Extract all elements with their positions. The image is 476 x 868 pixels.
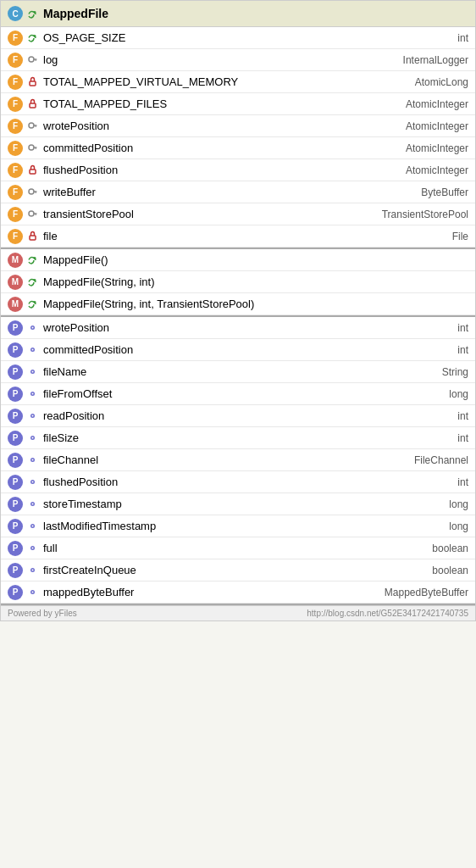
row-type-icon: F: [8, 53, 23, 68]
footer-left: Powered by yFiles: [8, 609, 77, 618]
table-row[interactable]: FwrotePositionAtomicInteger: [1, 115, 475, 137]
svg-point-49: [31, 592, 33, 593]
modifier-icon: [26, 476, 38, 488]
row-name: flushedPosition: [43, 476, 451, 488]
row-name: MappedFile(String, int, TransientStorePo…: [43, 298, 468, 310]
table-row[interactable]: PfileChannelFileChannel: [1, 449, 475, 471]
modifier-icon: [26, 254, 38, 266]
svg-point-0: [33, 11, 36, 14]
row-type-icon: P: [8, 409, 23, 424]
modifier-icon: [26, 366, 38, 378]
row-type-icon: M: [8, 253, 23, 268]
modifier-icon: [26, 432, 38, 444]
svg-point-37: [31, 459, 33, 461]
row-type-label: String: [442, 366, 468, 378]
row-type-label: TransientStorePool: [382, 209, 468, 220]
table-row[interactable]: FOS_PAGE_SIZEint: [1, 27, 475, 49]
modifier-icon: [26, 565, 38, 576]
modifier-icon: [26, 587, 38, 598]
row-type-icon: F: [8, 163, 23, 178]
row-type-label: int: [457, 344, 468, 356]
table-row[interactable]: PfileFromOffsetlong: [1, 383, 475, 405]
main-container: C MappedFile FOS_PAGE_SIZEintFlogInterna…: [0, 0, 476, 621]
modifier-icon: [26, 76, 38, 88]
table-row[interactable]: FflushedPositionAtomicInteger: [1, 159, 475, 181]
modifier-icon: [26, 164, 38, 176]
table-row[interactable]: PfileSizeint: [1, 427, 475, 449]
svg-point-25: [31, 327, 33, 329]
row-name: readPosition: [43, 409, 451, 422]
class-name: MappedFile: [43, 7, 108, 20]
row-name: MappedFile(): [43, 253, 468, 266]
table-row[interactable]: MMappedFile(String, int, TransientStoreP…: [1, 293, 475, 315]
modifier-icon: [26, 410, 38, 422]
header-modifier-icon: [26, 8, 38, 19]
table-row[interactable]: PflushedPositionint: [1, 471, 475, 493]
row-type-label: InternalLogger: [403, 54, 468, 66]
table-row[interactable]: FwriteBufferByteBuffer: [1, 181, 475, 203]
row-type-icon: F: [8, 97, 23, 112]
row-type-icon: F: [8, 207, 23, 222]
table-row[interactable]: FlogInternalLogger: [1, 49, 475, 71]
row-type-label: int: [457, 322, 468, 334]
svg-point-22: [33, 279, 36, 281]
table-row[interactable]: FTOTAL_MAPPED_FILESAtomicInteger: [1, 93, 475, 115]
row-type-label: AtomicInteger: [406, 142, 468, 154]
svg-point-29: [31, 371, 33, 373]
modifier-icon: [26, 542, 38, 554]
modifier-icon: [26, 454, 38, 466]
row-type-label: boolean: [432, 542, 468, 554]
table-row[interactable]: PreadPositionint: [1, 405, 475, 427]
row-name: storeTimestamp: [43, 498, 442, 510]
table-row[interactable]: MMappedFile(String, int): [1, 271, 475, 293]
footer: Powered by yFiles http://blog.csdn.net/G…: [1, 605, 475, 620]
modifier-icon: [26, 120, 38, 132]
row-type-label: AtomicInteger: [406, 164, 468, 176]
table-row[interactable]: PwrotePositionint: [1, 317, 475, 339]
svg-point-39: [31, 481, 33, 483]
row-type-icon: P: [8, 453, 23, 468]
table-row[interactable]: MMappedFile(): [1, 249, 475, 271]
table-row[interactable]: FTOTAL_MAPPED_VIRTUAL_MEMORYAtomicLong: [1, 71, 475, 93]
table-row[interactable]: PstoreTimestamplong: [1, 493, 475, 515]
row-name: writeBuffer: [43, 186, 414, 198]
table-row[interactable]: PfirstCreateInQueueboolean: [1, 559, 475, 581]
svg-rect-20: [30, 236, 36, 240]
svg-point-31: [31, 393, 33, 395]
row-type-label: AtomicInteger: [406, 98, 468, 110]
table-row[interactable]: PfileNameString: [1, 361, 475, 383]
svg-rect-6: [30, 103, 36, 108]
properties-section: PwrotePositionintPcommittedPositionintPf…: [1, 317, 475, 605]
row-type-label: AtomicLong: [415, 76, 468, 88]
modifier-icon: [26, 322, 38, 334]
modifier-icon: [26, 520, 38, 532]
table-row[interactable]: Pfullboolean: [1, 537, 475, 559]
svg-point-41: [31, 504, 33, 505]
modifier-icon: [26, 298, 38, 310]
table-row[interactable]: PmappedByteBufferMappedByteBuffer: [1, 581, 475, 604]
modifier-icon: [26, 231, 38, 242]
row-type-icon: P: [8, 431, 23, 446]
table-row[interactable]: PlastModifiedTimestamplong: [1, 515, 475, 537]
class-icon: C: [8, 6, 23, 21]
svg-point-21: [33, 257, 36, 259]
svg-rect-9: [35, 125, 36, 127]
row-type-label: int: [457, 476, 468, 488]
row-name: fileName: [43, 365, 435, 378]
row-name: wrotePosition: [43, 120, 399, 132]
properties-list: PwrotePositionintPcommittedPositionintPf…: [1, 317, 475, 604]
row-type-icon: F: [8, 185, 23, 200]
svg-point-7: [29, 123, 34, 128]
row-type-label: File: [452, 231, 468, 242]
table-row[interactable]: FtransientStorePoolTransientStorePool: [1, 203, 475, 225]
table-row[interactable]: FcommittedPositionAtomicInteger: [1, 137, 475, 159]
table-row[interactable]: FfileFile: [1, 225, 475, 248]
row-name: committedPosition: [43, 343, 451, 356]
row-name: log: [43, 53, 396, 66]
modifier-icon: [26, 276, 38, 288]
modifier-icon: [26, 388, 38, 400]
row-name: TOTAL_MAPPED_VIRTUAL_MEMORY: [43, 75, 408, 88]
row-type-label: long: [449, 388, 468, 400]
table-row[interactable]: PcommittedPositionint: [1, 339, 475, 361]
row-type-label: int: [457, 32, 468, 44]
